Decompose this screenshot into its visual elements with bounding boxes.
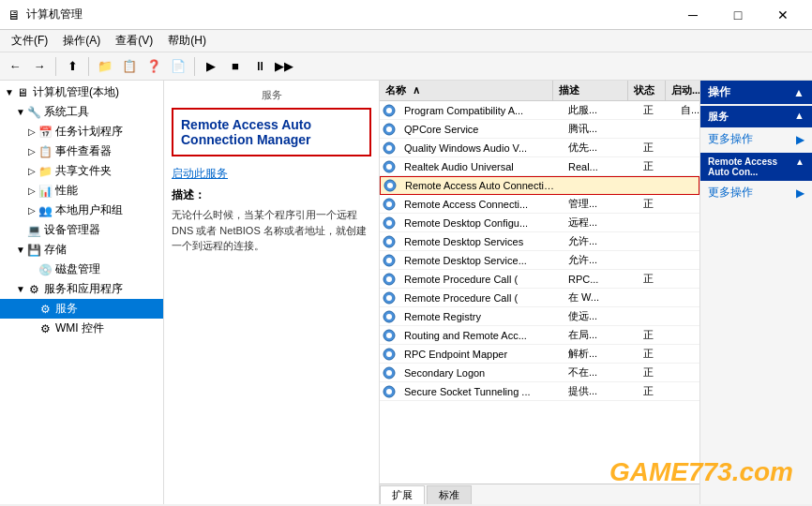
service-name-cell: Remote Desktop Service... [398, 253, 563, 268]
header-desc[interactable]: 描述 [553, 81, 628, 100]
ops-more2-label: 更多操作 [708, 185, 753, 201]
sidebar-disk-label: 磁盘管理 [55, 261, 100, 277]
service-row[interactable]: Quality Windows Audio V...优先...正 [380, 139, 699, 157]
sidebar-disk-manager[interactable]: 💿 磁盘管理 [0, 260, 163, 279]
desc-label: 描述： [172, 187, 371, 203]
close-button[interactable]: ✕ [761, 6, 804, 24]
sidebar-task-scheduler[interactable]: ▷ 📅 任务计划程序 [0, 122, 163, 141]
maximize-button[interactable]: □ [716, 6, 759, 24]
service-row-icon [380, 310, 398, 323]
stop-btn[interactable]: ■ [224, 55, 247, 78]
service-startup-cell [675, 277, 699, 281]
service-row[interactable]: RPC Endpoint Mapper解析...正 [380, 345, 699, 364]
play-btn[interactable]: ▶ [200, 55, 222, 78]
service-name-cell: RPC Endpoint Mapper [398, 347, 563, 362]
service-row-icon [380, 216, 398, 230]
sidebar-shared-folders[interactable]: ▷ 📁 共享文件夹 [0, 161, 163, 181]
doc-btn[interactable]: 📄 [167, 55, 189, 78]
minimize-button[interactable]: ─ [671, 6, 714, 24]
header-status[interactable]: 状态 [628, 81, 666, 100]
service-row[interactable]: Remote Access Connecti...管理...正 [380, 195, 699, 214]
service-row[interactable]: Secure Socket Tunneling ...提供...正 [380, 382, 699, 401]
sidebar-device-manager[interactable]: 💻 设备管理器 [0, 220, 163, 240]
menu-action[interactable]: 操作(A) [55, 31, 108, 51]
service-row-icon [381, 179, 399, 192]
service-row[interactable]: Remote Procedure Call (在 W... [380, 289, 699, 307]
folder-btn[interactable]: 📁 [94, 55, 116, 78]
storage-icon: 💾 [26, 243, 41, 258]
menu-help[interactable]: 帮助(H) [160, 31, 214, 51]
service-desc-cell: 允许... [563, 232, 638, 250]
expand-users[interactable]: ▷ [26, 205, 38, 216]
service-row-icon [380, 254, 398, 267]
up-button[interactable]: ⬆ [61, 55, 83, 78]
sidebar-wmi[interactable]: ⚙ WMI 控件 [0, 319, 163, 338]
sidebar-services-apps[interactable]: ▼ ⚙ 服务和应用程序 [0, 279, 163, 299]
service-row[interactable]: Remote Access Auto Connection Manager [380, 176, 699, 195]
expand-system[interactable]: ▼ [15, 107, 26, 117]
expand-storage[interactable]: ▼ [15, 245, 26, 255]
service-status-cell: 正 [638, 364, 675, 381]
service-name-cell: Routing and Remote Acc... [398, 328, 563, 343]
service-row[interactable]: Remote Desktop Services允许... [380, 232, 699, 251]
properties-btn[interactable]: 📋 [118, 55, 141, 78]
service-row[interactable]: Secondary Logon不在...正 [380, 364, 699, 382]
service-row[interactable]: Remote Desktop Service...允许... [380, 251, 699, 270]
tab-extended[interactable]: 扩展 [380, 485, 425, 504]
title-controls: ─ □ ✕ [671, 6, 804, 24]
ops-more2-arrow: ▶ [796, 186, 804, 200]
service-row[interactable]: Remote Registry使远... [380, 307, 699, 326]
header-startup[interactable]: 启动... [666, 81, 699, 100]
svg-point-5 [386, 145, 392, 151]
wmi-icon: ⚙ [38, 321, 53, 336]
event-icon: 📋 [38, 144, 53, 159]
start-service-link[interactable]: 启动此服务 [172, 166, 371, 182]
service-desc-cell: 管理... [563, 195, 638, 213]
service-row[interactable]: Realtek Audio UniversalReal...正 [380, 157, 699, 176]
computer-icon: 🖥 [15, 85, 30, 100]
svg-point-25 [386, 333, 392, 338]
sidebar-event-viewer[interactable]: ▷ 📋 事件查看器 [0, 141, 163, 161]
expand-perf[interactable]: ▷ [26, 186, 38, 196]
sidebar-root-label: 计算机管理(本地) [33, 84, 119, 100]
sidebar-root[interactable]: ▼ 🖥 计算机管理(本地) [0, 82, 163, 102]
service-row-icon [380, 273, 398, 286]
service-row[interactable]: QPCore Service腾讯... [380, 120, 699, 139]
ops-more2[interactable]: 更多操作 ▶ [700, 181, 812, 204]
ops-section1-label: 服务 [708, 110, 729, 124]
menu-file[interactable]: 文件(F) [4, 31, 55, 51]
toolbar-separator-1 [55, 57, 56, 76]
back-button[interactable]: ← [4, 55, 26, 78]
service-status-cell: 正 [638, 101, 675, 119]
service-row[interactable]: Program Compatibility A...此服...正自... [380, 101, 699, 120]
sidebar-storage[interactable]: ▼ 💾 存储 [0, 240, 163, 260]
expand-shared[interactable]: ▷ [26, 166, 38, 176]
sidebar-services[interactable]: ⚙ 服务 [0, 299, 163, 319]
expand-event[interactable]: ▷ [26, 146, 38, 156]
sidebar-perf-label: 性能 [55, 183, 78, 199]
svg-point-13 [386, 220, 392, 226]
service-row[interactable]: Remote Desktop Configu...远程... [380, 214, 699, 232]
expand-task[interactable]: ▷ [26, 126, 38, 137]
header-name[interactable]: 名称 ∧ [380, 81, 553, 100]
disk-icon: 💿 [38, 262, 53, 277]
expand-root[interactable]: ▼ [4, 87, 15, 97]
help-btn[interactable]: ❓ [143, 55, 165, 78]
menu-view[interactable]: 查看(V) [108, 31, 160, 51]
svg-point-29 [386, 370, 392, 376]
restart-btn[interactable]: ▶▶ [273, 55, 295, 78]
sidebar-task-label: 任务计划程序 [55, 124, 123, 140]
sidebar-services-label: 服务 [55, 301, 78, 317]
sidebar-performance[interactable]: ▷ 📊 性能 [0, 181, 163, 201]
forward-button[interactable]: → [28, 55, 51, 78]
pause-btn[interactable]: ⏸ [248, 55, 271, 78]
service-desc-cell [564, 184, 639, 187]
service-row[interactable]: Remote Procedure Call (RPC...正 [380, 270, 699, 289]
sidebar-system-tools[interactable]: ▼ 🔧 系统工具 [0, 102, 163, 122]
tab-standard[interactable]: 标准 [427, 485, 472, 504]
title-bar: 🖥 计算机管理 ─ □ ✕ [0, 0, 812, 30]
sidebar-local-users[interactable]: ▷ 👥 本地用户和组 [0, 201, 163, 220]
ops-more1[interactable]: 更多操作 ▶ [700, 127, 812, 151]
service-row[interactable]: Routing and Remote Acc...在局...正 [380, 326, 699, 345]
expand-svcapps[interactable]: ▼ [15, 284, 26, 294]
